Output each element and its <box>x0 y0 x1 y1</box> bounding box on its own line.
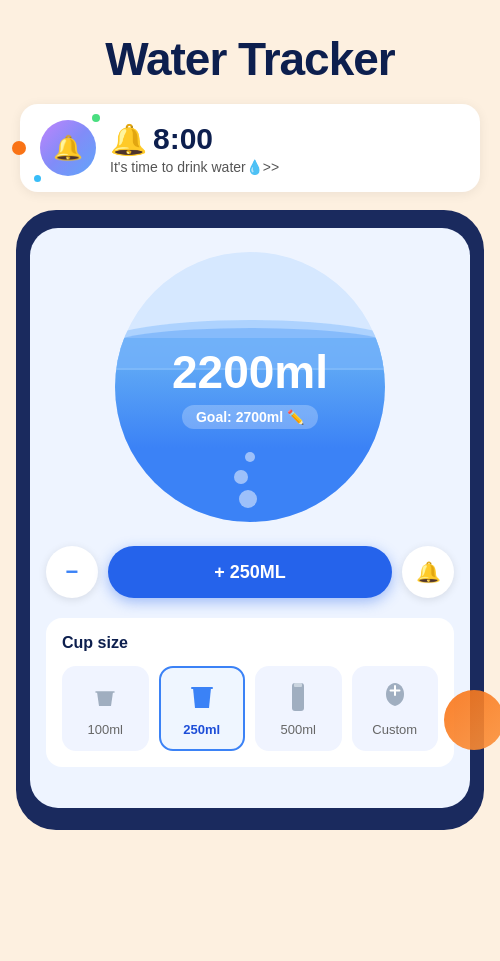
svg-rect-0 <box>292 683 304 711</box>
cup-option-custom[interactable]: Custom <box>352 666 439 751</box>
water-text-overlay: 2200ml Goal: 2700ml ✏️ <box>172 345 328 429</box>
bell-icon: 🔔 <box>110 122 147 157</box>
notif-message: It's time to drink water💧>> <box>110 159 279 175</box>
page-title: Water Tracker <box>0 0 500 104</box>
water-goal: Goal: 2700ml ✏️ <box>182 405 318 429</box>
cup-label-100ml: 100ml <box>88 722 123 737</box>
svg-rect-1 <box>294 683 302 687</box>
bubble2 <box>234 470 248 484</box>
water-amount: 2200ml <box>172 345 328 399</box>
cup-option-100ml[interactable]: 100ml <box>62 666 149 751</box>
phone-screen: 2200ml Goal: 2700ml ✏️ − + 250ML 🔔 <box>30 228 470 808</box>
water-circle: 2200ml Goal: 2700ml ✏️ <box>115 252 385 522</box>
bubble1 <box>245 452 255 462</box>
notification-card: 🔔 8:00 It's time to drink water💧>> <box>20 104 480 192</box>
notif-time-value: 8:00 <box>153 122 213 156</box>
cup-icon-500ml <box>287 680 309 716</box>
phone-frame: 2200ml Goal: 2700ml ✏️ − + 250ML 🔔 <box>16 210 484 830</box>
cup-icon-100ml <box>91 680 119 716</box>
cup-label-custom: Custom <box>372 722 417 737</box>
cup-label-500ml: 500ml <box>281 722 316 737</box>
notif-avatar <box>40 120 96 176</box>
cup-icon-250ml <box>188 680 216 716</box>
bell-icon: 🔔 <box>416 560 441 584</box>
orange-decoration <box>444 690 500 750</box>
add-water-label: + 250ML <box>214 562 286 583</box>
orange-dot-decoration <box>12 141 26 155</box>
notif-avatar-dots <box>34 114 104 184</box>
minus-button[interactable]: − <box>46 546 98 598</box>
notif-time: 🔔 8:00 <box>110 122 279 157</box>
cup-option-250ml[interactable]: 250ml <box>159 666 246 751</box>
dot-blue <box>34 175 41 182</box>
page-root: Water Tracker 🔔 8:00 It's time to drink … <box>0 0 500 961</box>
cup-size-title: Cup size <box>62 634 438 652</box>
water-circle-container: 2200ml Goal: 2700ml ✏️ <box>46 252 454 522</box>
controls-row: − + 250ML 🔔 <box>46 546 454 598</box>
notif-text: 🔔 8:00 It's time to drink water💧>> <box>110 122 279 175</box>
dot-green <box>92 114 100 122</box>
cup-options: 100ml 250ml <box>62 666 438 751</box>
cup-icon-custom <box>381 680 409 716</box>
cup-option-500ml[interactable]: 500ml <box>255 666 342 751</box>
add-water-button[interactable]: + 250ML <box>108 546 392 598</box>
cup-size-section: Cup size 100ml <box>46 618 454 767</box>
cup-label-250ml: 250ml <box>183 722 220 737</box>
bell-button[interactable]: 🔔 <box>402 546 454 598</box>
